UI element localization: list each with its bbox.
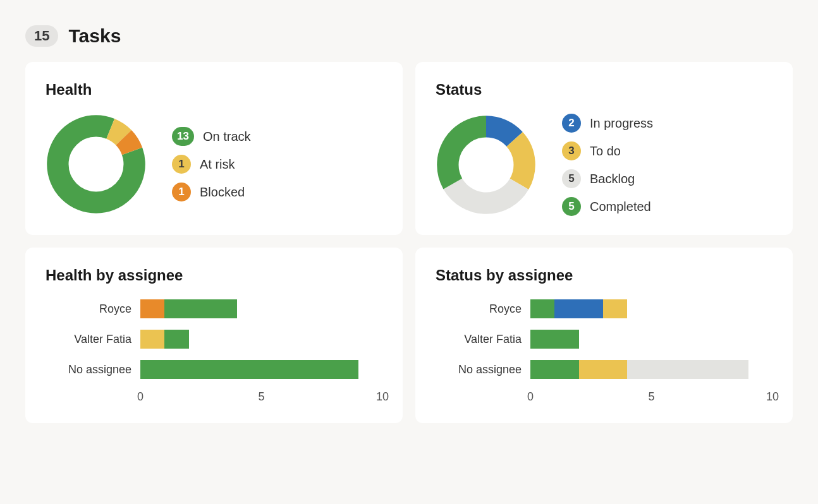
bar-track bbox=[140, 330, 382, 349]
legend-item[interactable]: 1At risk bbox=[172, 155, 251, 174]
bar-row-label: No assignee bbox=[436, 363, 530, 376]
bar-segment bbox=[530, 330, 579, 349]
bar-segment bbox=[530, 299, 554, 318]
bar-row: No assignee bbox=[46, 360, 382, 379]
legend-item[interactable]: 5Backlog bbox=[562, 169, 653, 188]
bar-row-label: Royce bbox=[436, 303, 530, 316]
legend-label: In progress bbox=[590, 116, 653, 131]
health-donut-chart bbox=[46, 114, 147, 215]
legend-item[interactable]: 13On track bbox=[172, 127, 251, 146]
bar-segment bbox=[140, 330, 164, 349]
legend-count-badge: 5 bbox=[562, 169, 581, 188]
status-donut-chart bbox=[436, 114, 537, 215]
legend-count-badge: 5 bbox=[562, 197, 581, 216]
health-legend: 13On track1At risk1Blocked bbox=[172, 127, 251, 201]
bar-row: Valter Fatia bbox=[46, 330, 382, 349]
card-health-title: Health bbox=[46, 81, 382, 99]
card-status-by-assignee-title: Status by assignee bbox=[436, 267, 772, 284]
legend-item[interactable]: 5Completed bbox=[562, 197, 653, 216]
health-by-assignee-chart: RoyceValter FatiaNo assignee0510 bbox=[46, 299, 382, 404]
bar-segment bbox=[627, 360, 748, 379]
legend-label: On track bbox=[203, 129, 251, 144]
tasks-count-badge: 15 bbox=[25, 25, 58, 47]
bar-row-label: No assignee bbox=[46, 363, 140, 376]
legend-label: To do bbox=[590, 144, 621, 159]
bar-axis: 0510 bbox=[46, 390, 382, 404]
bar-segment bbox=[530, 360, 579, 379]
bar-row: Valter Fatia bbox=[436, 330, 772, 349]
card-status-title: Status bbox=[436, 81, 772, 99]
axis-tick: 5 bbox=[258, 390, 264, 404]
bar-row-label: Valter Fatia bbox=[46, 333, 140, 346]
card-health-body: 13On track1At risk1Blocked bbox=[46, 114, 382, 215]
bar-segment bbox=[603, 299, 627, 318]
legend-item[interactable]: 3To do bbox=[562, 141, 653, 160]
legend-item[interactable]: 1Blocked bbox=[172, 183, 251, 201]
donut-slice bbox=[448, 126, 524, 203]
card-health-by-assignee-title: Health by assignee bbox=[46, 267, 382, 284]
axis-tick: 10 bbox=[766, 390, 779, 404]
bar-track bbox=[140, 360, 382, 379]
bar-segment bbox=[579, 360, 628, 379]
bar-track bbox=[530, 360, 772, 379]
bar-segment bbox=[164, 330, 188, 349]
legend-label: Blocked bbox=[200, 185, 245, 200]
bar-segment bbox=[164, 299, 237, 318]
bar-axis: 0510 bbox=[436, 390, 772, 404]
legend-item[interactable]: 2In progress bbox=[562, 114, 653, 133]
legend-label: At risk bbox=[200, 157, 235, 172]
axis-tick: 0 bbox=[137, 390, 143, 404]
bar-segment bbox=[140, 299, 164, 318]
cards-grid: Health 13On track1At risk1Blocked Status… bbox=[25, 62, 793, 423]
legend-count-badge: 13 bbox=[172, 127, 194, 146]
donut-slice bbox=[58, 126, 134, 202]
card-status-body: 2In progress3To do5Backlog5Completed bbox=[436, 114, 772, 216]
bar-row: Royce bbox=[46, 299, 382, 318]
legend-count-badge: 3 bbox=[562, 141, 581, 160]
axis-tick: 5 bbox=[648, 390, 654, 404]
bar-track bbox=[140, 299, 382, 318]
page-title: Tasks bbox=[68, 25, 121, 47]
legend-count-badge: 1 bbox=[172, 155, 191, 174]
card-health-by-assignee: Health by assignee RoyceValter FatiaNo a… bbox=[25, 248, 403, 423]
page-header: 15 Tasks bbox=[25, 25, 793, 47]
legend-label: Backlog bbox=[590, 172, 635, 186]
legend-label: Completed bbox=[590, 200, 651, 214]
bar-track bbox=[530, 299, 772, 318]
legend-count-badge: 2 bbox=[562, 114, 581, 133]
bar-row: No assignee bbox=[436, 360, 772, 379]
bar-segment bbox=[140, 360, 358, 379]
axis-tick: 0 bbox=[527, 390, 534, 404]
card-health: Health 13On track1At risk1Blocked bbox=[25, 62, 403, 235]
status-by-assignee-chart: RoyceValter FatiaNo assignee0510 bbox=[436, 299, 772, 404]
axis-tick: 10 bbox=[376, 390, 389, 404]
card-status-by-assignee: Status by assignee RoyceValter FatiaNo a… bbox=[415, 248, 793, 423]
bar-segment bbox=[554, 299, 603, 318]
legend-count-badge: 1 bbox=[172, 183, 191, 201]
bar-row-label: Royce bbox=[46, 303, 140, 316]
bar-row-label: Valter Fatia bbox=[436, 333, 530, 346]
bar-row: Royce bbox=[436, 299, 772, 318]
card-status: Status 2In progress3To do5Backlog5Comple… bbox=[415, 62, 793, 235]
bar-track bbox=[530, 330, 772, 349]
status-legend: 2In progress3To do5Backlog5Completed bbox=[562, 114, 653, 216]
